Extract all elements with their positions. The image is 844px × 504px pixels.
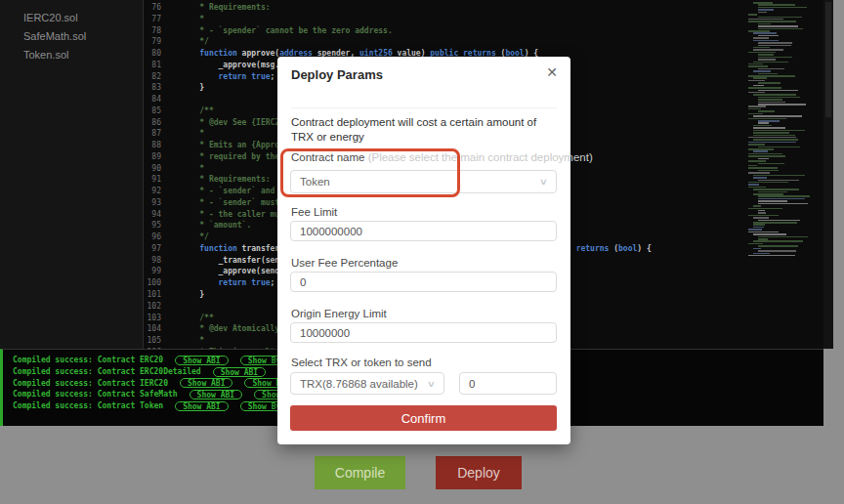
minimap-line bbox=[758, 7, 807, 9]
minimap-line bbox=[758, 158, 769, 160]
show-abi-button[interactable]: Show ABI bbox=[180, 378, 233, 388]
deploy-button[interactable]: Deploy bbox=[436, 456, 522, 489]
minimap-line bbox=[758, 57, 792, 59]
file-item[interactable]: Token.sol bbox=[0, 46, 143, 64]
minimap[interactable] bbox=[748, 2, 809, 347]
token-amount-input[interactable] bbox=[459, 372, 557, 395]
scrollbar-thumb[interactable] bbox=[825, 2, 831, 117]
console-message: Compiled success: Contract SafeMath bbox=[13, 390, 178, 399]
minimap-line bbox=[748, 215, 779, 217]
minimap-line bbox=[748, 231, 779, 233]
compile-button[interactable]: Compile bbox=[315, 456, 405, 489]
deployment-cost-note: Contract deployment will cost a certain … bbox=[291, 115, 561, 145]
minimap-line bbox=[748, 148, 774, 150]
deploy-params-modal: Deploy Params ✕ Contract deployment will… bbox=[277, 57, 570, 444]
minimap-line bbox=[748, 229, 762, 231]
minimap-line bbox=[753, 233, 786, 235]
minimap-line bbox=[753, 2, 773, 4]
minimap-line bbox=[758, 245, 798, 247]
confirm-button[interactable]: Confirm bbox=[290, 405, 557, 431]
minimap-line bbox=[753, 94, 796, 96]
minimap-line bbox=[748, 167, 778, 169]
minimap-line bbox=[758, 68, 784, 70]
origin-energy-limit-label: Origin Energy Limit bbox=[291, 308, 387, 319]
file-sidebar: IERC20.solSafeMath.solToken.sol bbox=[0, 0, 144, 349]
token-send-label: Select TRX or token to send bbox=[291, 357, 432, 368]
minimap-line bbox=[758, 191, 787, 193]
minimap-line bbox=[748, 113, 763, 115]
minimap-line bbox=[758, 198, 805, 200]
minimap-line bbox=[753, 248, 761, 250]
file-item[interactable]: IERC20.sol bbox=[0, 9, 143, 27]
minimap-line bbox=[758, 17, 802, 19]
minimap-line bbox=[748, 105, 766, 107]
minimap-line bbox=[753, 224, 765, 226]
minimap-line bbox=[748, 142, 796, 144]
user-fee-percentage-input[interactable] bbox=[290, 272, 557, 292]
minimap-line bbox=[748, 108, 761, 110]
minimap-line bbox=[753, 37, 769, 39]
minimap-line bbox=[753, 125, 772, 127]
contract-name-label-text: Contract name bbox=[291, 151, 364, 163]
minimap-line bbox=[758, 99, 782, 101]
contract-name-select[interactable]: Token ∨ bbox=[290, 170, 557, 193]
show-abi-button[interactable]: Show ABI bbox=[190, 390, 243, 399]
minimap-line bbox=[748, 87, 781, 89]
minimap-line bbox=[748, 65, 768, 67]
contract-name-hint: (Please select the main contract deploym… bbox=[368, 151, 593, 163]
minimap-line bbox=[748, 165, 757, 167]
minimap-line bbox=[753, 132, 789, 134]
minimap-line bbox=[748, 208, 782, 210]
minimap-line bbox=[748, 182, 788, 184]
minimap-line bbox=[758, 97, 800, 99]
show-abi-button[interactable]: Show ABI bbox=[213, 367, 267, 377]
console-message: Compiled success: Contract ERC20 bbox=[13, 356, 163, 364]
token-select[interactable]: TRX(8.76868 available) ∨ bbox=[290, 372, 444, 395]
minimap-line bbox=[748, 155, 785, 157]
minimap-line bbox=[753, 49, 783, 51]
modal-divider bbox=[291, 107, 557, 108]
minimap-line bbox=[753, 70, 771, 72]
minimap-line bbox=[748, 187, 766, 189]
minimap-line bbox=[748, 14, 757, 16]
file-list: IERC20.solSafeMath.solToken.sol bbox=[0, 9, 143, 64]
minimap-line bbox=[758, 163, 784, 165]
minimap-line bbox=[758, 120, 780, 122]
minimap-line bbox=[758, 54, 774, 56]
minimap-line bbox=[753, 217, 769, 219]
minimap-line bbox=[758, 220, 800, 222]
chevron-down-icon: ∨ bbox=[539, 177, 548, 187]
console-message: Compiled success: Contract ERC20Detailed bbox=[13, 367, 201, 376]
minimap-line bbox=[758, 210, 765, 212]
file-item[interactable]: SafeMath.sol bbox=[0, 27, 143, 46]
user-fee-percentage-label: User Fee Percentage bbox=[291, 257, 398, 269]
minimap-line bbox=[753, 127, 785, 129]
minimap-line bbox=[758, 203, 808, 205]
show-abi-button[interactable]: Show ABI bbox=[175, 401, 229, 411]
minimap-line bbox=[758, 170, 779, 172]
minimap-line bbox=[753, 205, 761, 207]
fee-limit-label: Fee Limit bbox=[291, 206, 337, 218]
minimap-line bbox=[753, 32, 777, 34]
modal-title: Deploy Params bbox=[291, 67, 383, 82]
close-icon[interactable]: ✕ bbox=[546, 64, 558, 80]
minimap-line bbox=[758, 250, 796, 252]
minimap-line bbox=[753, 253, 770, 255]
minimap-line bbox=[758, 212, 766, 214]
minimap-line bbox=[753, 47, 770, 49]
minimap-line bbox=[748, 184, 759, 186]
minimap-line bbox=[758, 200, 787, 202]
fee-limit-input[interactable] bbox=[290, 221, 557, 241]
editor-scrollbar[interactable] bbox=[823, 0, 833, 349]
show-abi-button[interactable]: Show ABI bbox=[175, 356, 229, 365]
minimap-line bbox=[748, 255, 795, 257]
minimap-line bbox=[753, 77, 767, 79]
minimap-line bbox=[758, 110, 775, 112]
origin-energy-limit-input[interactable] bbox=[290, 322, 557, 343]
minimap-line bbox=[748, 63, 763, 65]
minimap-line bbox=[753, 193, 783, 195]
minimap-line bbox=[753, 115, 802, 117]
contract-name-value: Token bbox=[300, 176, 540, 188]
minimap-line bbox=[758, 9, 774, 11]
minimap-line bbox=[758, 122, 769, 124]
